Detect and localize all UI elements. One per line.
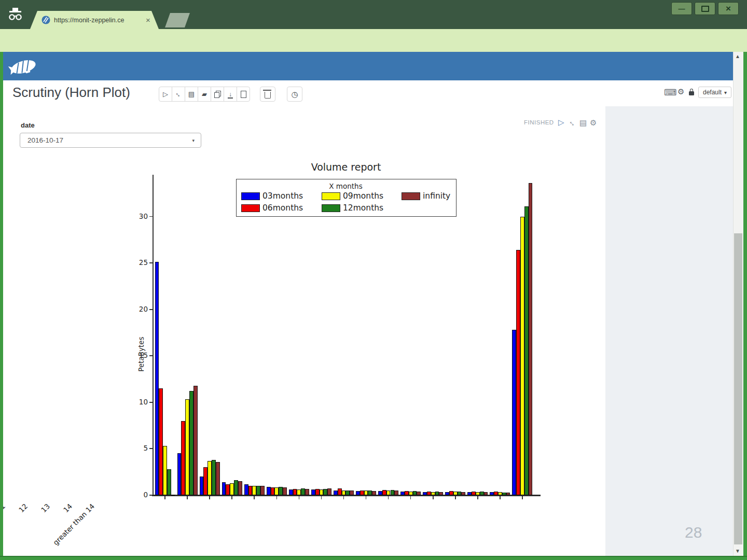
bar-12months — [391, 490, 395, 495]
browser-toolbar: ← → ↻ https://monit-zeppelin.cern.ch/#/n… — [0, 29, 747, 52]
bar-06months — [449, 491, 453, 495]
zeppelin-logo — [8, 56, 38, 77]
bar-infinity — [350, 491, 354, 495]
chart-title: Volume report — [130, 161, 562, 173]
export-note-button[interactable]: ↓ — [224, 87, 237, 102]
shortcuts-button[interactable]: ⌨ — [664, 87, 677, 98]
window-frame-bottom — [0, 556, 747, 560]
window-maximize-button[interactable] — [695, 2, 715, 15]
date-form-label: date — [21, 121, 35, 129]
y-tick-label: 25 — [132, 258, 148, 267]
bar-06months — [382, 490, 386, 495]
collapse-button[interactable]: ↔ — [172, 87, 185, 102]
scrollbar-thumb[interactable] — [734, 233, 742, 544]
paragraph-settings-icon[interactable]: ⚙ — [590, 118, 597, 128]
bar-03months — [423, 492, 427, 495]
x-tick-mark — [433, 496, 434, 499]
clear-output-button[interactable]: ▰ — [198, 87, 211, 102]
bar-06months — [494, 492, 498, 495]
tab-favicon — [42, 16, 50, 24]
run-all-button[interactable]: ▷ — [159, 87, 172, 102]
y-tick-mark — [149, 309, 153, 310]
legend-label-06months: 06months — [262, 203, 303, 213]
paragraph-run-button[interactable]: ▷ — [558, 118, 564, 127]
bar-06months — [427, 492, 431, 495]
legend-swatch-03months — [241, 192, 260, 200]
x-tick-mark — [343, 496, 344, 499]
volume-report-chart: Volume report X months 03months06months0… — [130, 157, 565, 556]
slide-page-number: 28 — [685, 524, 702, 541]
x-tick-mark — [209, 496, 210, 499]
clone-note-button[interactable] — [211, 87, 224, 102]
window-minimize-button[interactable]: — — [671, 2, 692, 15]
bar-infinity — [439, 492, 443, 495]
paragraph-table-icon[interactable]: ▤ — [579, 118, 587, 128]
bar-06months — [271, 487, 275, 495]
x-tick-mark — [321, 496, 322, 499]
interpreter-binding-button[interactable]: default ▾ — [698, 87, 731, 98]
scroll-down-icon[interactable]: ▼ — [735, 548, 740, 554]
bar-06months — [226, 484, 230, 495]
bar-infinity — [461, 492, 465, 495]
bar-06months — [315, 489, 320, 495]
bar-03months — [244, 484, 248, 495]
bar-03months — [222, 482, 226, 495]
download-icon: ↓ — [229, 92, 232, 97]
bar-12months — [458, 492, 462, 495]
y-tick-label: 15 — [132, 351, 148, 359]
clock-icon: ◷ — [291, 90, 298, 99]
zeppelin-header: Zeppelin Notebook ▾ anonymous ▾ — [0, 52, 743, 80]
bar-12months — [345, 491, 350, 495]
x-tick-mark — [477, 496, 478, 499]
bar-infinity — [171, 495, 175, 496]
trash-icon — [265, 92, 271, 99]
delete-note-button[interactable] — [260, 87, 275, 102]
screen: https://monit-zeppelin.ce × — × ← → ↻ ht… — [0, 0, 747, 560]
date-select[interactable]: 2016-10-17 ▾ — [20, 133, 201, 148]
x-tick-mark — [366, 496, 367, 499]
tab-close-icon[interactable]: × — [146, 16, 150, 24]
bar-09months — [297, 489, 301, 495]
y-tick-mark — [149, 262, 153, 263]
bar-infinity — [283, 487, 287, 495]
x-tick-mark — [410, 496, 411, 499]
bar-12months — [524, 206, 529, 495]
y-tick-mark — [149, 216, 153, 217]
bar-03months — [267, 487, 271, 495]
bar-12months — [413, 491, 417, 495]
show-code-button[interactable]: ▤ — [185, 87, 198, 102]
bar-12months — [368, 491, 372, 495]
bar-09months — [320, 489, 324, 495]
bar-09months — [342, 491, 346, 495]
bar-06months — [248, 486, 253, 495]
bar-06months — [181, 421, 185, 495]
tab-title: https://monit-zeppelin.ce — [54, 17, 141, 24]
bar-09months — [163, 446, 167, 495]
bar-09months — [431, 492, 435, 495]
permissions-lock-icon[interactable] — [689, 91, 694, 95]
bar-03months — [289, 489, 293, 495]
scroll-up-icon[interactable]: ▲ — [735, 53, 740, 59]
note-title[interactable]: Scrutiny (Horn Plot) — [12, 85, 130, 101]
note-settings-button[interactable]: ⚙ — [677, 87, 684, 96]
bar-06months — [516, 250, 520, 495]
y-tick-label: 30 — [132, 212, 148, 220]
import-note-button[interactable] — [237, 87, 250, 102]
y-tick-mark — [149, 495, 153, 496]
browser-tab[interactable]: https://monit-zeppelin.ce × — [30, 11, 159, 29]
scheduler-button[interactable]: ◷ — [287, 87, 302, 102]
bar-infinity — [394, 491, 398, 495]
new-tab-button[interactable] — [165, 13, 190, 27]
window-frame-right — [743, 52, 747, 560]
bar-09months — [498, 492, 502, 495]
y-tick-mark — [149, 402, 153, 403]
bar-06months — [159, 388, 163, 495]
legend-swatch-09months — [322, 192, 340, 200]
bar-infinity — [484, 492, 488, 495]
bar-09months — [409, 492, 413, 495]
bar-06months — [203, 467, 208, 495]
chevron-down-icon: ▾ — [724, 90, 727, 95]
x-tick-mark — [276, 496, 278, 499]
y-tick-label: 10 — [132, 398, 148, 406]
window-close-button[interactable]: × — [718, 2, 739, 15]
